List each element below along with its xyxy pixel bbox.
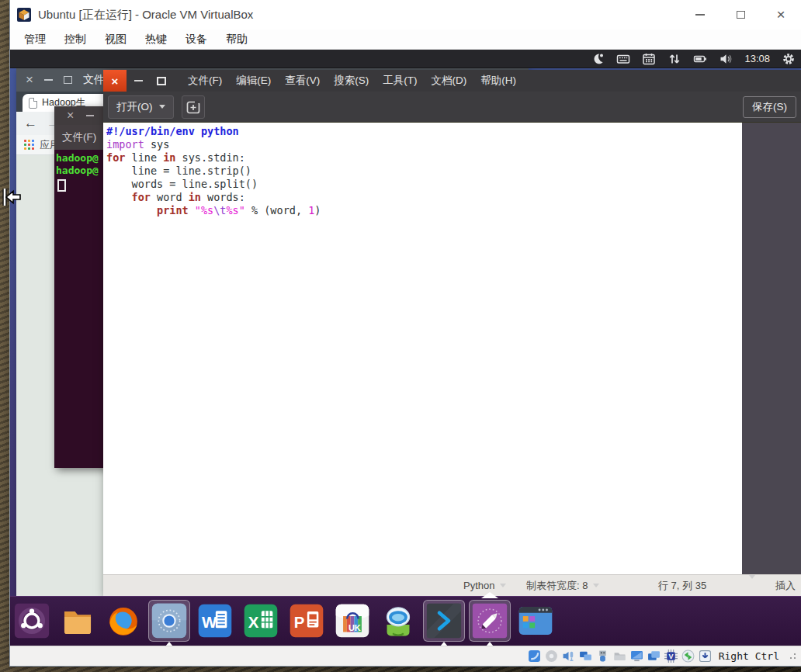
editor-minimize-button[interactable] — [127, 70, 150, 92]
software-center-icon: UK — [335, 603, 370, 639]
code-content[interactable]: #!/usr/bin/env python import sys for lin… — [106, 125, 321, 217]
hdd-icon[interactable] — [528, 649, 541, 663]
clock[interactable]: 13:08 — [744, 53, 770, 64]
open-button[interactable]: 打开(O) — [108, 95, 174, 119]
editor-menu-工具(T)[interactable]: 工具(T) — [376, 70, 424, 92]
guest-top-panel: 13:08 — [10, 50, 801, 68]
virtualbox-menubar: 管理控制视图热键设备帮助 — [10, 29, 801, 50]
guest-desktop: × 文件(F) Hadoop生 ← → — [10, 68, 801, 646]
editor-text-area[interactable]: #!/usr/bin/env python import sys for lin… — [103, 123, 801, 574]
page-icon — [29, 98, 37, 109]
svg-text:X: X — [248, 613, 259, 631]
vbox-menu-视图[interactable]: 视图 — [95, 29, 136, 49]
dock-item-word[interactable]: W — [194, 600, 236, 642]
back-button[interactable]: ← — [24, 116, 37, 131]
audio-icon[interactable] — [562, 649, 575, 663]
chevron-down-icon — [500, 584, 506, 587]
weather-icon[interactable] — [591, 52, 605, 66]
volume-icon[interactable] — [719, 52, 733, 66]
kylin-assistant-icon — [380, 603, 416, 639]
keyboard-capture-icon[interactable] — [699, 649, 712, 663]
cpu-features-icon[interactable]: V — [664, 649, 678, 663]
editor-menu-文件(F)[interactable]: 文件(F) — [181, 70, 229, 92]
firefox-icon — [106, 603, 141, 639]
window-maximize-button[interactable] — [720, 0, 761, 29]
dock-item-screenshot-tool[interactable] — [148, 600, 190, 642]
screenshot-tool-icon — [151, 603, 187, 639]
editor-menu-帮助(H)[interactable]: 帮助(H) — [473, 70, 523, 92]
word-icon: W — [197, 603, 233, 639]
mouse-integration-icon[interactable] — [681, 649, 695, 663]
dock-item-firefox[interactable] — [102, 600, 144, 642]
svg-text:P: P — [294, 613, 305, 631]
insert-mode-indicator: 插入 — [775, 575, 796, 596]
usb-icon[interactable] — [596, 649, 609, 663]
vbox-menu-管理[interactable]: 管理 — [15, 29, 55, 49]
terminal-close-button[interactable]: × — [67, 109, 74, 123]
svg-text:W: W — [202, 613, 217, 631]
tab-width-selector[interactable]: 制表符宽度: 8 — [526, 575, 599, 596]
running-indicator — [486, 642, 494, 646]
battery-icon[interactable] — [693, 52, 707, 66]
terminal-minimize-button[interactable] — [86, 115, 94, 116]
host-key-label: Right Ctrl — [719, 650, 779, 662]
browser-minimize-button[interactable] — [44, 79, 53, 81]
browser-maximize-button[interactable] — [64, 76, 72, 84]
cursor-position: 行 7, 列 35 — [658, 575, 706, 596]
shared-folders-icon[interactable] — [613, 649, 626, 663]
dock-item-terminal[interactable] — [423, 600, 465, 642]
vbox-menu-热键[interactable]: 热键 — [136, 29, 176, 49]
virtual-screens-icon[interactable] — [647, 649, 661, 663]
editor-window: × 文件(F)编辑(E)查看(V)搜索(S)工具(T)文档(D)帮助(H) 打开… — [103, 70, 801, 596]
keyboard-layout-icon[interactable] — [616, 52, 630, 66]
tab-width-label: 制表符宽度: 8 — [526, 575, 588, 596]
browser-close-button[interactable]: × — [26, 72, 33, 88]
mouse-cursor — [2, 186, 23, 210]
window-close-button[interactable]: × — [761, 0, 801, 29]
calendar-icon[interactable] — [642, 52, 656, 66]
optical-disc-icon[interactable] — [545, 649, 558, 663]
network-traffic-icon[interactable] — [668, 52, 681, 66]
editor-menu-编辑(E)[interactable]: 编辑(E) — [229, 70, 278, 92]
editor-maximize-button[interactable] — [150, 70, 173, 92]
ubuntu-launcher-icon — [14, 603, 50, 639]
statusbar-dropdown-icon[interactable] — [749, 575, 755, 579]
dock-item-powerpoint[interactable]: P — [286, 600, 328, 642]
file-manager-icon — [60, 603, 95, 639]
save-button[interactable]: 保存(S) — [743, 96, 796, 118]
vbox-menu-设备[interactable]: 设备 — [176, 29, 217, 49]
network-adapters-icon[interactable] — [579, 649, 592, 663]
session-gear-icon[interactable] — [782, 52, 796, 66]
new-document-button[interactable] — [182, 95, 205, 119]
display-icon[interactable] — [630, 649, 643, 663]
dock-item-excel[interactable]: X — [240, 600, 282, 642]
editor-menu-查看(V)[interactable]: 查看(V) — [278, 70, 327, 92]
vbox-menu-控制[interactable]: 控制 — [55, 29, 95, 49]
editor-menu-搜索(S)[interactable]: 搜索(S) — [327, 70, 376, 92]
virtualbox-window: Ubuntu [正在运行] - Oracle VM VirtualBox × 管… — [10, 0, 801, 666]
window-minimize-button[interactable] — [680, 0, 720, 29]
svg-text:UK: UK — [348, 623, 361, 632]
resize-grip[interactable] — [789, 653, 796, 660]
terminal-icon — [426, 603, 462, 639]
editor-menu-文档(D)[interactable]: 文档(D) — [425, 70, 474, 92]
powerpoint-icon: P — [289, 603, 324, 639]
dock-item-file-manager[interactable] — [57, 600, 99, 642]
workspace-switcher-icon — [518, 603, 553, 639]
dock-item-workspace-switcher[interactable] — [515, 600, 557, 642]
dock-item-software-center[interactable]: UK — [331, 600, 373, 642]
dock-item-ubuntu-launcher[interactable] — [11, 600, 53, 642]
apps-grid-icon[interactable] — [24, 140, 34, 150]
virtualbox-logo-icon — [16, 7, 32, 23]
editor-close-button[interactable]: × — [103, 70, 127, 92]
text-editor-icon — [472, 603, 508, 639]
open-button-label: 打开(O) — [116, 100, 153, 114]
terminal-menu-file[interactable]: 文件(F) — [62, 130, 96, 144]
dock-item-kylin-assistant[interactable] — [377, 600, 419, 642]
editor-side-panel — [742, 123, 801, 574]
dock-item-text-editor[interactable] — [469, 600, 511, 642]
editor-menubar: 文件(F)编辑(E)查看(V)搜索(S)工具(T)文档(D)帮助(H) — [181, 70, 523, 92]
screen: Ubuntu [正在运行] - Oracle VM VirtualBox × 管… — [0, 0, 801, 672]
virtualbox-window-title: Ubuntu [正在运行] - Oracle VM VirtualBox — [38, 8, 253, 23]
vbox-menu-帮助[interactable]: 帮助 — [217, 29, 257, 49]
